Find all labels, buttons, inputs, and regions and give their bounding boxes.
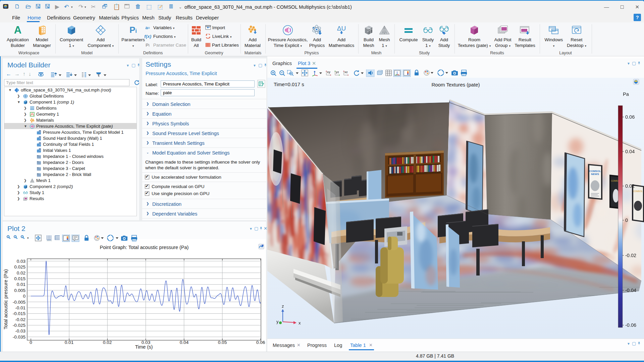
- svg-text:NEWS: NEWS: [591, 173, 599, 176]
- svg-text:D: D: [39, 131, 41, 133]
- svg-text:COMSOL: COMSOL: [589, 170, 601, 173]
- svg-text:0.03: 0.03: [17, 259, 25, 264]
- svg-text:x: x: [299, 320, 301, 325]
- svg-text:-0.02: -0.02: [15, 317, 25, 322]
- svg-text:-0.03: -0.03: [15, 328, 25, 334]
- svg-text:0.02: 0.02: [103, 340, 112, 345]
- svg-text:D: D: [39, 149, 41, 151]
- svg-text:0.005: 0.005: [14, 288, 25, 293]
- svg-text:0.01: 0.01: [17, 282, 25, 287]
- svg-text:0: 0: [30, 340, 32, 345]
- svg-text:-0.025: -0.025: [13, 323, 25, 328]
- svg-text:Point Graph: Total acoustic pr: Point Graph: Total acoustic pressure (Pa…: [100, 245, 189, 250]
- svg-text:ΔU: ΔU: [337, 25, 346, 32]
- svg-text:D: D: [39, 137, 41, 139]
- svg-text:-0.06: -0.06: [625, 322, 636, 328]
- svg-text:-0.04: -0.04: [625, 288, 636, 293]
- svg-text:-0.01: -0.01: [15, 305, 25, 310]
- svg-text:Pa: Pa: [623, 92, 629, 97]
- svg-text:0: 0: [23, 294, 25, 299]
- svg-text:D: D: [39, 143, 41, 145]
- svg-text:xy: xy: [327, 70, 330, 74]
- svg-text:y: y: [276, 319, 279, 324]
- svg-text:COMSOL: COMSOL: [633, 190, 643, 192]
- svg-text:0.025: 0.025: [14, 264, 25, 269]
- svg-text:0.04: 0.04: [625, 149, 635, 154]
- svg-text:-0.035: -0.035: [13, 335, 25, 340]
- svg-text:z: z: [282, 304, 284, 309]
- svg-text:Total acoustic pressure (Pa): Total acoustic pressure (Pa): [3, 269, 8, 329]
- svg-text:0.05: 0.05: [218, 340, 227, 345]
- svg-text:0.06: 0.06: [625, 114, 635, 120]
- svg-text:0.06: 0.06: [256, 340, 265, 345]
- svg-text:0.01: 0.01: [65, 340, 73, 345]
- svg-text:0.02: 0.02: [17, 270, 25, 276]
- svg-text:-0.005: -0.005: [13, 300, 25, 305]
- svg-text:0.04: 0.04: [180, 340, 189, 345]
- svg-text:-0.015: -0.015: [13, 311, 25, 316]
- svg-text:Time (s): Time (s): [135, 344, 153, 350]
- svg-text:0.02: 0.02: [625, 183, 635, 189]
- svg-text:0.015: 0.015: [14, 276, 25, 281]
- svg-text:xz: xz: [344, 70, 348, 74]
- svg-text:-0.02: -0.02: [625, 253, 636, 258]
- svg-text:0: 0: [625, 218, 628, 223]
- svg-text:yz: yz: [336, 70, 339, 74]
